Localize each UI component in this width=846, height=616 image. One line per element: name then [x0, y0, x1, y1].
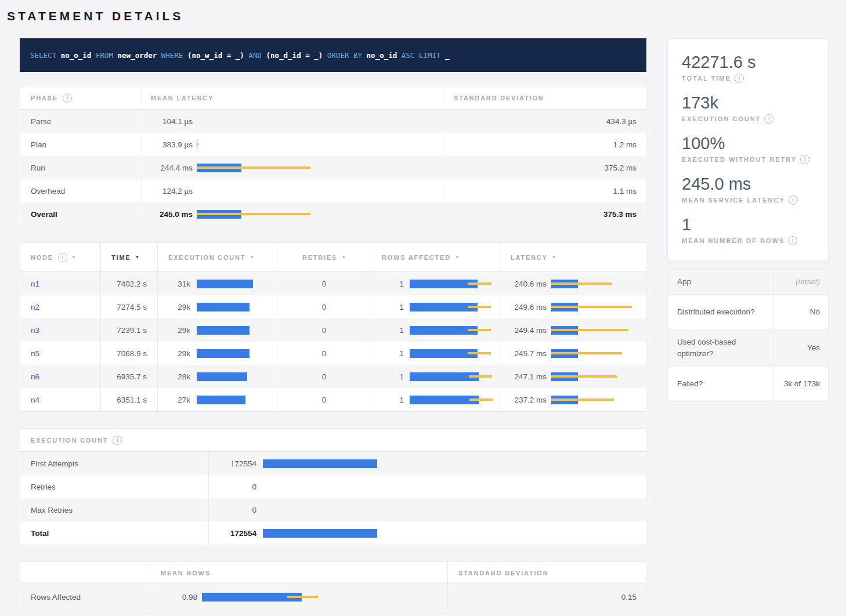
node-link[interactable]: n3: [31, 326, 39, 335]
summary-card: 42271.6 s TOTAL TIMEi 173k EXECUTION COU…: [667, 38, 829, 261]
phase-latency-table: PHASEi MEAN LATENCY STANDARD DEVIATION P…: [20, 86, 646, 226]
execution-count-column-header[interactable]: EXECUTION COUNT▼: [157, 243, 277, 271]
latency-value: 249.4 ms: [511, 326, 547, 335]
node-link[interactable]: n2: [31, 303, 39, 311]
phase-table-header: PHASEi MEAN LATENCY STANDARD DEVIATION: [20, 86, 646, 110]
page-title: STATEMENT DETAILS: [7, 9, 846, 23]
latency-value: 237.2 ms: [511, 396, 547, 404]
sort-desc-icon[interactable]: ▼: [135, 255, 139, 260]
sort-desc-icon[interactable]: ▼: [250, 255, 254, 260]
node-link[interactable]: n6: [31, 372, 39, 381]
mean-latency-value: 244.4 ms: [151, 164, 193, 172]
exec-row-value: 172554: [219, 459, 256, 468]
info-icon[interactable]: i: [113, 436, 122, 445]
sort-desc-icon[interactable]: ▼: [455, 255, 460, 260]
exec-row-value: 0: [219, 506, 256, 514]
retries-value: 0: [277, 388, 371, 411]
node-column-header[interactable]: NODEi▼: [20, 243, 100, 271]
time-column-header[interactable]: TIME▼: [100, 243, 157, 271]
latency-column-header[interactable]: LATENCY▼: [500, 243, 647, 271]
sort-desc-icon[interactable]: ▼: [341, 255, 346, 260]
retries-column-header[interactable]: RETRIES▼: [277, 243, 371, 271]
latency-bar: [551, 280, 637, 288]
execution-count-value: 29k: [168, 326, 190, 335]
execution-count-bar: [197, 280, 266, 288]
mean-latency-bar: [197, 164, 432, 172]
stddev-value: 1.2 ms: [443, 133, 647, 156]
execution-count-title: EXECUTION COUNT: [31, 437, 108, 444]
stddev-value: 434.3 µs: [443, 110, 647, 133]
info-icon[interactable]: i: [63, 93, 72, 103]
latency-bar: [551, 303, 637, 311]
stddev-value: 1.1 ms: [443, 179, 647, 202]
mean-latency-bar: [197, 210, 432, 219]
attr-value: 3k of 173k: [773, 367, 829, 401]
mean-rows-bar: [202, 593, 437, 601]
node-link[interactable]: n4: [31, 396, 39, 404]
exec-count-bar: [263, 529, 637, 538]
mean-rows-value: 0.98: [161, 593, 197, 601]
node-table-header: NODEi▼ TIME▼ EXECUTION COUNT▼ RETRIES▼ R…: [20, 243, 646, 272]
execution-count-value: 31k: [168, 280, 190, 288]
execution-count-value: 28k: [168, 372, 190, 381]
phase-column-header: PHASE: [31, 95, 58, 102]
info-icon[interactable]: i: [800, 155, 809, 164]
mean-latency-value: 245.0 ms: [151, 210, 193, 219]
node-stats-table: NODEi▼ TIME▼ EXECUTION COUNT▼ RETRIES▼ R…: [20, 242, 646, 412]
stat-label: MEAN NUMBER OF ROWS: [682, 237, 784, 244]
info-icon[interactable]: i: [735, 74, 744, 83]
sort-desc-icon[interactable]: ▼: [552, 255, 556, 260]
time-value: 7068.9 s: [100, 342, 157, 365]
stddev-value: 375.2 ms: [443, 156, 647, 179]
execution-count-bar: [197, 372, 266, 381]
mean-latency-bar: [197, 187, 432, 195]
attr-label: App: [668, 270, 773, 294]
execution-count-table: EXECUTION COUNTi First Attempts 172554 R…: [20, 428, 646, 545]
latency-bar: [551, 326, 637, 335]
exec-count-bar: [263, 483, 637, 491]
exec-count-bar: [263, 459, 637, 468]
node-link[interactable]: n1: [31, 280, 39, 288]
rows-affected-bar: [410, 326, 489, 335]
node-link[interactable]: n5: [31, 349, 39, 358]
exec-row-label: Max Retries: [20, 498, 208, 521]
rows-affected-header: MEAN ROWS STANDARD DEVIATION: [20, 562, 646, 584]
time-value: 7402.2 s: [100, 272, 157, 295]
execution-count-bar: [197, 326, 266, 335]
execution-count-value: 29k: [168, 303, 190, 311]
phase-label: Overhead: [20, 179, 140, 202]
rows-affected-bar: [410, 303, 489, 311]
exec-row-label: Retries: [20, 475, 208, 498]
attr-value: Yes: [773, 331, 829, 365]
exec-row-label: Total: [20, 521, 208, 545]
node-row: n1 7402.2 s 31k 0 1 240.6 ms: [20, 272, 646, 295]
info-icon[interactable]: i: [764, 114, 773, 124]
exec-row-label: First Attempts: [20, 452, 208, 475]
sort-desc-icon[interactable]: ▼: [71, 255, 76, 260]
stddev-value: 375.3 ms: [443, 202, 647, 226]
rows-affected-bar: [410, 396, 489, 404]
mean-latency-column-header: MEAN LATENCY: [151, 95, 214, 102]
mean-latency-value: 104.1 µs: [151, 117, 193, 126]
phase-label: Run: [20, 156, 140, 179]
info-icon[interactable]: i: [788, 236, 797, 245]
latency-value: 249.6 ms: [511, 303, 547, 311]
execution-count-header: EXECUTION COUNTi: [20, 429, 646, 452]
table-row: First Attempts 172554: [20, 452, 646, 475]
statement-details-page: STATEMENT DETAILS SELECT no_o_id FROM ne…: [0, 0, 846, 610]
sql-statement: SELECT no_o_id FROM new_order WHERE (no_…: [30, 51, 450, 60]
stat-executed-without-retry: 100% EXECUTED WITHOUT RETRYi: [682, 133, 814, 164]
execution-count-bar: [197, 349, 266, 358]
latency-value: 247.1 ms: [511, 372, 547, 381]
rows-affected-bar: [410, 372, 489, 381]
table-row: Retries 0: [20, 475, 646, 498]
stat-execution-count: 173k EXECUTION COUNTi: [682, 92, 814, 124]
info-icon[interactable]: i: [789, 195, 798, 205]
info-icon[interactable]: i: [58, 253, 67, 262]
rows-affected-column-header[interactable]: ROWS AFFECTED▼: [371, 243, 500, 271]
standard-deviation-column-header: STANDARD DEVIATION: [454, 95, 544, 102]
stat-label: MEAN SERVICE LATENCY: [682, 197, 785, 204]
stddev-value: 0.15: [447, 584, 647, 610]
retries-value: 0: [277, 272, 371, 295]
mean-latency-bar: [197, 117, 432, 126]
